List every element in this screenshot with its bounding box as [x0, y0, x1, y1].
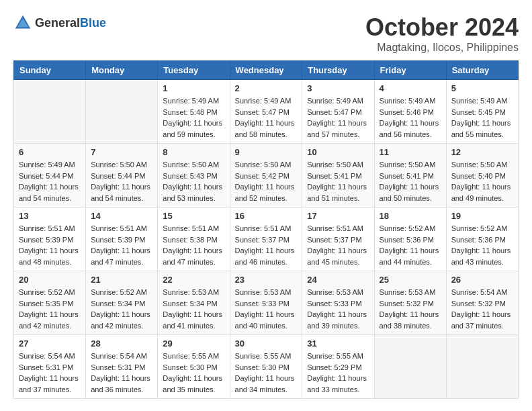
table-row: 24 Sunrise: 5:53 AM Sunset: 5:33 PM Dayl…: [302, 271, 374, 335]
day-number: 5: [451, 83, 513, 93]
daylight-text: Daylight: 11 hours and 51 minutes.: [307, 183, 367, 202]
logo-blue: Blue: [80, 16, 106, 30]
table-row: 20 Sunrise: 5:52 AM Sunset: 5:35 PM Dayl…: [14, 271, 86, 335]
daylight-text: Daylight: 11 hours and 58 minutes.: [235, 119, 295, 138]
daylight-text: Daylight: 11 hours and 53 minutes.: [163, 183, 222, 202]
daylight-text: Daylight: 11 hours and 36 minutes.: [91, 374, 150, 394]
table-row: 10 Sunrise: 5:50 AM Sunset: 5:41 PM Dayl…: [302, 144, 374, 208]
table-row: [14, 80, 86, 144]
sunrise-text: Sunrise: 5:50 AM: [235, 161, 292, 169]
sunrise-text: Sunrise: 5:50 AM: [380, 161, 436, 169]
sunset-text: Sunset: 5:43 PM: [163, 172, 217, 180]
sunset-text: Sunset: 5:38 PM: [163, 236, 217, 244]
day-number: 28: [91, 338, 152, 349]
logo-icon: [13, 13, 32, 32]
day-number: 4: [380, 83, 441, 93]
table-row: 11 Sunrise: 5:50 AM Sunset: 5:41 PM Dayl…: [374, 144, 446, 208]
day-number: 1: [163, 83, 224, 93]
title-area: October 2024 Magtaking, Ilocos, Philippi…: [365, 13, 519, 54]
sunrise-text: Sunrise: 5:50 AM: [163, 161, 219, 169]
sunset-text: Sunset: 5:30 PM: [235, 363, 290, 371]
table-row: 29 Sunrise: 5:55 AM Sunset: 5:30 PM Dayl…: [158, 335, 230, 399]
day-info: Sunrise: 5:51 AM Sunset: 5:38 PM Dayligh…: [163, 223, 224, 267]
sunrise-text: Sunrise: 5:51 AM: [91, 224, 147, 232]
location-subtitle: Magtaking, Ilocos, Philippines: [365, 42, 519, 54]
sunset-text: Sunset: 5:40 PM: [451, 172, 506, 180]
table-row: 2 Sunrise: 5:49 AM Sunset: 5:47 PM Dayli…: [230, 80, 302, 144]
day-number: 14: [91, 211, 152, 221]
daylight-text: Daylight: 11 hours and 34 minutes.: [235, 374, 295, 394]
sunrise-text: Sunrise: 5:53 AM: [163, 288, 219, 296]
calendar-week-row: 20 Sunrise: 5:52 AM Sunset: 5:35 PM Dayl…: [14, 271, 519, 335]
sunrise-text: Sunrise: 5:55 AM: [235, 352, 292, 360]
table-row: [374, 335, 446, 399]
day-number: 31: [307, 338, 369, 349]
sunrise-text: Sunrise: 5:50 AM: [91, 161, 147, 169]
day-info: Sunrise: 5:51 AM Sunset: 5:39 PM Dayligh…: [91, 223, 152, 267]
table-row: 22 Sunrise: 5:53 AM Sunset: 5:34 PM Dayl…: [158, 271, 230, 335]
day-info: Sunrise: 5:53 AM Sunset: 5:32 PM Dayligh…: [380, 287, 441, 331]
table-row: 21 Sunrise: 5:52 AM Sunset: 5:34 PM Dayl…: [86, 271, 158, 335]
sunset-text: Sunset: 5:34 PM: [163, 300, 217, 308]
day-info: Sunrise: 5:50 AM Sunset: 5:44 PM Dayligh…: [91, 159, 152, 203]
sunrise-text: Sunrise: 5:55 AM: [307, 352, 363, 360]
day-number: 22: [163, 275, 224, 285]
day-number: 24: [307, 275, 369, 285]
day-info: Sunrise: 5:49 AM Sunset: 5:45 PM Dayligh…: [451, 95, 513, 140]
daylight-text: Daylight: 11 hours and 54 minutes.: [91, 183, 150, 202]
day-number: 20: [19, 275, 81, 285]
day-number: 12: [451, 147, 513, 157]
day-number: 17: [307, 211, 369, 221]
day-number: 16: [235, 211, 298, 221]
table-row: 18 Sunrise: 5:52 AM Sunset: 5:36 PM Dayl…: [374, 208, 446, 271]
day-info: Sunrise: 5:54 AM Sunset: 5:31 PM Dayligh…: [19, 351, 81, 395]
day-info: Sunrise: 5:49 AM Sunset: 5:46 PM Dayligh…: [380, 95, 441, 140]
sunrise-text: Sunrise: 5:53 AM: [380, 288, 436, 296]
day-info: Sunrise: 5:50 AM Sunset: 5:43 PM Dayligh…: [163, 159, 224, 203]
sunset-text: Sunset: 5:32 PM: [451, 300, 506, 308]
daylight-text: Daylight: 11 hours and 49 minutes.: [451, 183, 511, 202]
day-info: Sunrise: 5:53 AM Sunset: 5:34 PM Dayligh…: [163, 287, 224, 331]
calendar-week-row: 27 Sunrise: 5:54 AM Sunset: 5:31 PM Dayl…: [14, 335, 519, 399]
day-info: Sunrise: 5:52 AM Sunset: 5:36 PM Dayligh…: [451, 223, 513, 267]
day-number: 23: [235, 275, 298, 285]
calendar-week-row: 1 Sunrise: 5:49 AM Sunset: 5:48 PM Dayli…: [14, 80, 519, 144]
sunrise-text: Sunrise: 5:51 AM: [307, 224, 363, 232]
day-number: 25: [380, 275, 441, 285]
daylight-text: Daylight: 11 hours and 37 minutes.: [451, 310, 511, 330]
sunrise-text: Sunrise: 5:52 AM: [380, 224, 436, 232]
sunset-text: Sunset: 5:35 PM: [19, 300, 73, 308]
sunrise-text: Sunrise: 5:53 AM: [235, 288, 292, 296]
logo-general: General: [35, 16, 80, 30]
sunrise-text: Sunrise: 5:51 AM: [19, 224, 75, 232]
day-info: Sunrise: 5:49 AM Sunset: 5:44 PM Dayligh…: [19, 159, 81, 203]
table-row: 28 Sunrise: 5:54 AM Sunset: 5:31 PM Dayl…: [86, 335, 158, 399]
col-monday: Monday: [86, 61, 158, 80]
sunrise-text: Sunrise: 5:53 AM: [307, 288, 363, 296]
sunset-text: Sunset: 5:42 PM: [235, 172, 290, 180]
day-number: 8: [163, 147, 224, 157]
day-info: Sunrise: 5:49 AM Sunset: 5:48 PM Dayligh…: [163, 95, 224, 140]
table-row: 6 Sunrise: 5:49 AM Sunset: 5:44 PM Dayli…: [14, 144, 86, 208]
sunrise-text: Sunrise: 5:51 AM: [235, 224, 292, 232]
sunrise-text: Sunrise: 5:49 AM: [380, 97, 436, 105]
daylight-text: Daylight: 11 hours and 55 minutes.: [451, 119, 511, 138]
day-info: Sunrise: 5:53 AM Sunset: 5:33 PM Dayligh…: [307, 287, 369, 331]
calendar-header-row: Sunday Monday Tuesday Wednesday Thursday…: [14, 61, 519, 80]
sunrise-text: Sunrise: 5:49 AM: [235, 97, 292, 105]
sunrise-text: Sunrise: 5:52 AM: [451, 224, 508, 232]
sunrise-text: Sunrise: 5:54 AM: [451, 288, 508, 296]
day-info: Sunrise: 5:51 AM Sunset: 5:37 PM Dayligh…: [307, 223, 369, 267]
table-row: [446, 335, 518, 399]
table-row: 31 Sunrise: 5:55 AM Sunset: 5:29 PM Dayl…: [302, 335, 374, 399]
table-row: 9 Sunrise: 5:50 AM Sunset: 5:42 PM Dayli…: [230, 144, 302, 208]
sunset-text: Sunset: 5:36 PM: [451, 236, 506, 244]
sunrise-text: Sunrise: 5:51 AM: [163, 224, 219, 232]
sunset-text: Sunset: 5:39 PM: [19, 236, 73, 244]
daylight-text: Daylight: 11 hours and 44 minutes.: [380, 246, 439, 266]
daylight-text: Daylight: 11 hours and 59 minutes.: [163, 119, 222, 138]
sunset-text: Sunset: 5:37 PM: [235, 236, 290, 244]
table-row: 8 Sunrise: 5:50 AM Sunset: 5:43 PM Dayli…: [158, 144, 230, 208]
sunset-text: Sunset: 5:36 PM: [380, 236, 434, 244]
table-row: 13 Sunrise: 5:51 AM Sunset: 5:39 PM Dayl…: [14, 208, 86, 271]
